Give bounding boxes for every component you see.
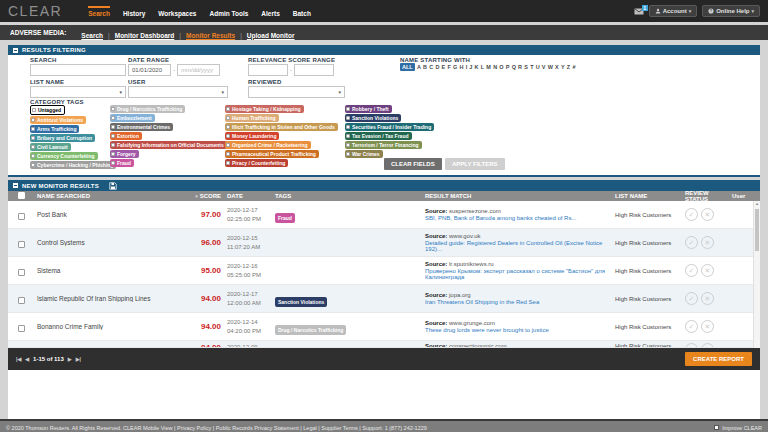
collapse-icon[interactable] <box>13 48 18 53</box>
approve-icon[interactable]: ✓ <box>685 343 698 348</box>
category-tag-war-crimes[interactable]: War Crimes <box>345 150 383 158</box>
adverse-link-upload-monitor[interactable]: Upload Monitor <box>247 32 295 39</box>
tag-checkbox[interactable] <box>226 161 230 165</box>
category-tag-robbery-theft[interactable]: Robbery / Theft <box>345 105 392 113</box>
approve-icon[interactable]: ✓ <box>685 236 698 249</box>
alpha-w[interactable]: W <box>548 64 553 70</box>
tag-checkbox[interactable] <box>111 161 115 165</box>
tag-checkbox[interactable] <box>346 143 350 147</box>
nav-history[interactable]: History <box>123 6 145 17</box>
account-button[interactable]: Account ▾ <box>649 5 698 17</box>
tag-checkbox[interactable] <box>346 125 350 129</box>
row-checkbox[interactable] <box>18 241 25 248</box>
row-checkbox[interactable] <box>18 213 25 220</box>
select-all-checkbox[interactable] <box>18 192 25 199</box>
save-icon[interactable] <box>109 182 117 190</box>
table-scrollbar[interactable]: ▲ <box>753 201 760 348</box>
next-page-icon[interactable]: ▶ <box>68 356 72 362</box>
category-tag-piracy-counterfeiting[interactable]: Piracy / Counterfeiting <box>225 159 288 167</box>
alpha-q[interactable]: Q <box>512 64 516 70</box>
nav-alerts[interactable]: Alerts <box>261 6 279 17</box>
tag-checkbox[interactable] <box>31 163 35 167</box>
date-to-input[interactable] <box>177 64 220 76</box>
last-page-icon[interactable]: ▶| <box>76 356 81 362</box>
alpha-j[interactable]: J <box>469 64 472 70</box>
category-tag-human-trafficking[interactable]: Human Trafficking <box>225 114 279 122</box>
category-tag-environmental-crimes[interactable]: Environmental Crimes <box>110 123 173 131</box>
reject-icon[interactable]: ✕ <box>701 320 714 333</box>
result-match-link[interactable]: Iran Threatens Oil Shipping in the Red S… <box>425 299 609 305</box>
col-header-user[interactable]: User <box>729 193 760 199</box>
alpha-x[interactable]: X <box>555 64 559 70</box>
tag-checkbox[interactable] <box>346 134 350 138</box>
approve-icon[interactable]: ✓ <box>685 320 698 333</box>
online-help-button[interactable]: ? Online Help ▾ <box>702 5 760 17</box>
tag-checkbox[interactable] <box>346 152 350 156</box>
tag-checkbox[interactable] <box>226 116 230 120</box>
category-tag-currency-counterfeiting[interactable]: Currency Counterfeiting <box>30 152 98 160</box>
tag-checkbox[interactable] <box>226 125 230 129</box>
category-tag-cybercrime-hacking-phishing[interactable]: Cybercrime / Hacking / Phishing <box>30 161 116 169</box>
result-match-link[interactable]: Проверено Крымом: эксперт рассказал о си… <box>425 268 609 280</box>
nav-workspaces[interactable]: Workspaces <box>158 6 196 17</box>
alpha-n[interactable]: N <box>493 64 497 70</box>
reject-icon[interactable]: ✕ <box>701 236 714 249</box>
category-tag-bribery-and-corruption[interactable]: Bribery and Corruption <box>30 134 95 142</box>
alpha-g[interactable]: G <box>453 64 457 70</box>
category-tag-terrorism-terror-financing[interactable]: Terrorism / Terror Financing <box>345 141 422 149</box>
result-match-link[interactable]: SBI, PNB, Bank of Baroda among banks che… <box>425 215 609 221</box>
alpha-k[interactable]: K <box>475 64 479 70</box>
col-header-result-match[interactable]: RESULT MATCH <box>422 193 612 199</box>
apply-filters-button[interactable]: APPLY FILTERS <box>445 158 505 170</box>
row-checkbox[interactable] <box>18 269 25 276</box>
adverse-link-monitor-results[interactable]: Monitor Results <box>186 32 235 39</box>
user-select[interactable]: ▾ <box>128 86 228 98</box>
alpha-o[interactable]: O <box>499 64 503 70</box>
category-tag-tax-evasion-tax-fraud[interactable]: Tax Evasion / Tax Fraud <box>345 132 412 140</box>
category-tag-securities-fraud-insider-trading[interactable]: Securities Fraud / Insider Trading <box>345 123 434 131</box>
result-match-link[interactable]: These drug lords were never brought to j… <box>425 327 609 333</box>
relevance-max-input[interactable] <box>294 64 334 76</box>
tag-checkbox[interactable] <box>32 108 36 112</box>
category-tag-organized-crime-racketeering[interactable]: Organized Crime / Racketeering <box>225 141 311 149</box>
prev-page-icon[interactable]: ◀ <box>25 356 29 362</box>
alpha-v[interactable]: V <box>542 64 546 70</box>
tag-checkbox[interactable] <box>31 145 35 149</box>
scrollbar-thumb[interactable] <box>755 209 759 251</box>
alpha-m[interactable]: M <box>486 64 491 70</box>
alpha-f[interactable]: F <box>447 64 450 70</box>
tag-checkbox[interactable] <box>31 118 35 122</box>
category-tag-civil-lawsuit[interactable]: Civil Lawsuit <box>30 143 71 151</box>
alpha-u[interactable]: U <box>536 64 540 70</box>
alpha-r[interactable]: R <box>518 64 522 70</box>
alpha-y[interactable]: Y <box>561 64 565 70</box>
nav-search[interactable]: Search <box>88 6 110 17</box>
col-header-name-searched[interactable]: NAME SEARCHED <box>34 193 184 199</box>
nav-batch[interactable]: Batch <box>293 6 311 17</box>
reject-icon[interactable]: ✕ <box>701 208 714 221</box>
alpha-d[interactable]: D <box>435 64 439 70</box>
tag-checkbox[interactable] <box>111 116 115 120</box>
tag-checkbox[interactable] <box>31 127 35 131</box>
category-tag-illicit-trafficking-in-stolen-and-other-goods[interactable]: Illicit Trafficking in Stolen and Other … <box>225 123 338 131</box>
tag-checkbox[interactable] <box>31 136 35 140</box>
approve-icon[interactable]: ✓ <box>685 208 698 221</box>
approve-icon[interactable]: ✓ <box>685 292 698 305</box>
first-page-icon[interactable]: |◀ <box>16 356 21 362</box>
tag-checkbox[interactable] <box>111 134 115 138</box>
alpha-b[interactable]: B <box>423 64 427 70</box>
approve-icon[interactable]: ✓ <box>685 264 698 277</box>
category-tag-extortion[interactable]: Extortion <box>110 132 142 140</box>
tag-checkbox[interactable] <box>111 143 115 147</box>
clear-fields-button[interactable]: CLEAR FIELDS <box>384 158 442 170</box>
alpha-s[interactable]: S <box>524 64 528 70</box>
results-filtering-header[interactable]: RESULTS FILTERING <box>8 45 760 55</box>
list-name-select[interactable]: ▾ <box>30 86 126 98</box>
create-report-button[interactable]: CREATE REPORT <box>685 352 752 366</box>
category-tag-falsifying-information-on-official-documents[interactable]: Falsifying Information on Official Docum… <box>110 141 227 149</box>
col-header-list-name[interactable]: LIST NAME <box>612 193 682 199</box>
tag-checkbox[interactable] <box>346 107 350 111</box>
row-checkbox[interactable] <box>18 297 25 304</box>
messages-icon[interactable]: 1 <box>634 8 644 15</box>
alpha-a[interactable]: A <box>417 64 421 70</box>
